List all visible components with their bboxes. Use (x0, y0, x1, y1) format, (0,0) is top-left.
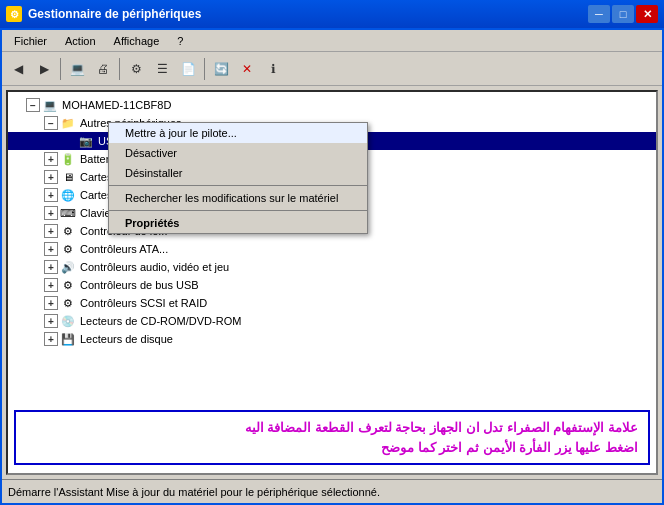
menu-affichage[interactable]: Affichage (106, 33, 168, 49)
menu-action[interactable]: Action (57, 33, 104, 49)
expand-claviers[interactable]: + (44, 206, 58, 220)
menu-bar: Fichier Action Affichage ? (2, 30, 662, 52)
action-btn-2[interactable]: ☰ (150, 57, 174, 81)
properties-button[interactable]: ℹ (261, 57, 285, 81)
battery-icon: 🔋 (60, 151, 76, 167)
tree-root[interactable]: − 💻 MOHAMED-11CBF8D (8, 96, 656, 114)
camera-icon: 📷 (78, 133, 94, 149)
close-button[interactable]: ✕ (636, 5, 658, 23)
tree-controleurs-usb[interactable]: + ⚙ Contrôleurs de bus USB (8, 276, 656, 294)
cdrom-label: Lecteurs de CD-ROM/DVD-ROM (80, 315, 241, 327)
context-search-changes[interactable]: Rechercher les modifications sur le maté… (109, 188, 367, 208)
folder-icon: 📁 (60, 115, 76, 131)
network-icon: 🌐 (60, 187, 76, 203)
ata-label: Contrôleurs ATA... (80, 243, 168, 255)
tree-controleurs-audio[interactable]: + 🔊 Contrôleurs audio, vidéo et jeu (8, 258, 656, 276)
expand-autres[interactable]: − (44, 116, 58, 130)
context-sep-1 (109, 185, 367, 186)
expand-cartes-graph[interactable]: + (44, 170, 58, 184)
scsi-icon: ⚙ (60, 295, 76, 311)
usb-label: Contrôleurs de bus USB (80, 279, 199, 291)
title-bar: ⚙ Gestionnaire de périphériques ─ □ ✕ (0, 0, 664, 28)
computer-icon-btn[interactable]: 💻 (65, 57, 89, 81)
expand-audio[interactable]: + (44, 260, 58, 274)
title-controls: ─ □ ✕ (588, 5, 658, 23)
ata-icon: ⚙ (60, 241, 76, 257)
main-content: − 💻 MOHAMED-11CBF8D − 📁 Autres périphéri… (2, 86, 662, 479)
expand-batteries[interactable]: + (44, 152, 58, 166)
context-uninstall[interactable]: Désinstaller (109, 163, 367, 183)
context-update-driver[interactable]: Mettre à jour le pilote... (109, 123, 367, 143)
computer-icon: 💻 (42, 97, 58, 113)
toolbar: ◀ ▶ 💻 🖨 ⚙ ☰ 📄 🔄 ✕ ℹ (2, 52, 662, 86)
disk-label: Lecteurs de disque (80, 333, 173, 345)
window-title: Gestionnaire de périphériques (28, 7, 588, 21)
usb-icon: ⚙ (60, 277, 76, 293)
main-window: Fichier Action Affichage ? ◀ ▶ 💻 🖨 ⚙ ☰ 📄… (0, 28, 664, 505)
status-bar: Démarre l'Assistant Mise à jour du matér… (2, 479, 662, 503)
expand-scsi[interactable]: + (44, 296, 58, 310)
print-button[interactable]: 🖨 (91, 57, 115, 81)
keyboard-icon: ⌨ (60, 205, 76, 221)
minimize-button[interactable]: ─ (588, 5, 610, 23)
context-menu: Mettre à jour le pilote... Désactiver Dé… (108, 122, 368, 234)
action-btn-3[interactable]: 📄 (176, 57, 200, 81)
toolbar-sep-3 (204, 58, 205, 80)
ctrl1-icon: ⚙ (60, 223, 76, 239)
scsi-label: Contrôleurs SCSI et RAID (80, 297, 207, 309)
graphics-icon: 🖥 (60, 169, 76, 185)
audio-icon: 🔊 (60, 259, 76, 275)
expand-ata[interactable]: + (44, 242, 58, 256)
expand-root[interactable]: − (26, 98, 40, 112)
maximize-button[interactable]: □ (612, 5, 634, 23)
disk-icon: 💾 (60, 331, 76, 347)
expand-usb[interactable]: + (44, 278, 58, 292)
expand-cartes-reseau[interactable]: + (44, 188, 58, 202)
forward-button[interactable]: ▶ (32, 57, 56, 81)
status-text: Démarre l'Assistant Mise à jour du matér… (8, 486, 380, 498)
context-sep-2 (109, 210, 367, 211)
expand-disk[interactable]: + (44, 332, 58, 346)
refresh-button[interactable]: 🔄 (209, 57, 233, 81)
annotation-line2: اضغط عليها يزر الفأرة الأيمن ثم اختر كما… (26, 438, 638, 458)
toolbar-sep-1 (60, 58, 61, 80)
back-button[interactable]: ◀ (6, 57, 30, 81)
menu-help[interactable]: ? (169, 33, 191, 49)
device-tree[interactable]: − 💻 MOHAMED-11CBF8D − 📁 Autres périphéri… (6, 90, 658, 475)
tree-scsi[interactable]: + ⚙ Contrôleurs SCSI et RAID (8, 294, 656, 312)
context-disable[interactable]: Désactiver (109, 143, 367, 163)
tree-disk[interactable]: + 💾 Lecteurs de disque (8, 330, 656, 348)
audio-label: Contrôleurs audio, vidéo et jeu (80, 261, 229, 273)
annotation-box: علامة الإستفهام الصفراء تدل ان الجهاز بح… (14, 410, 650, 465)
title-icon: ⚙ (6, 6, 22, 22)
tree-controleurs-ata[interactable]: + ⚙ Contrôleurs ATA... (8, 240, 656, 258)
menu-fichier[interactable]: Fichier (6, 33, 55, 49)
toolbar-sep-2 (119, 58, 120, 80)
tree-cdrom[interactable]: + 💿 Lecteurs de CD-ROM/DVD-ROM (8, 312, 656, 330)
delete-button[interactable]: ✕ (235, 57, 259, 81)
action-btn-1[interactable]: ⚙ (124, 57, 148, 81)
cdrom-icon: 💿 (60, 313, 76, 329)
root-label: MOHAMED-11CBF8D (62, 99, 171, 111)
annotation-line1: علامة الإستفهام الصفراء تدل ان الجهاز بح… (26, 418, 638, 438)
expand-cdrom[interactable]: + (44, 314, 58, 328)
context-properties-header[interactable]: Propriétés (109, 213, 367, 233)
expand-ctrl1[interactable]: + (44, 224, 58, 238)
